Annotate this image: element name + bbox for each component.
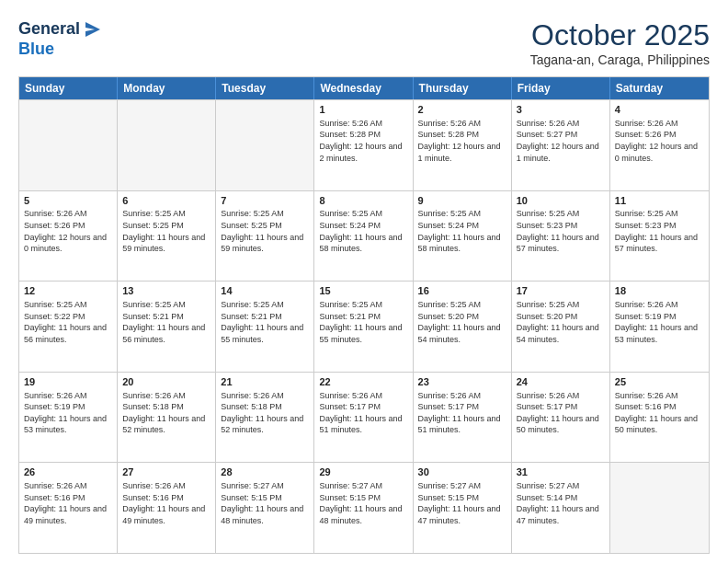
daylight-text: Daylight: 11 hours and 50 minutes. (517, 413, 605, 436)
day-cell-12: 12Sunrise: 5:25 AMSunset: 5:22 PMDayligh… (19, 282, 118, 372)
daylight-text: Daylight: 11 hours and 58 minutes. (319, 232, 407, 255)
sunset-text: Sunset: 5:15 PM (319, 492, 407, 504)
sunset-text: Sunset: 5:21 PM (122, 311, 210, 323)
logo-general: General (18, 20, 80, 39)
sunrise-text: Sunrise: 5:25 AM (418, 208, 506, 220)
svg-marker-0 (85, 22, 100, 37)
sunrise-text: Sunrise: 5:25 AM (221, 299, 309, 311)
day-cell-18: 18Sunrise: 5:26 AMSunset: 5:19 PMDayligh… (610, 282, 709, 372)
sunset-text: Sunset: 5:14 PM (517, 492, 605, 504)
location: Tagana-an, Caraga, Philippines (530, 52, 710, 67)
day-number: 23 (418, 375, 506, 389)
day-number: 12 (24, 284, 112, 298)
sunrise-text: Sunrise: 5:26 AM (319, 118, 407, 130)
sunrise-text: Sunrise: 5:25 AM (615, 208, 704, 220)
sunrise-text: Sunrise: 5:25 AM (221, 208, 309, 220)
logo-blue: Blue (18, 40, 104, 59)
daylight-text: Daylight: 12 hours and 0 minutes. (24, 232, 112, 255)
day-cell-21: 21Sunrise: 5:26 AMSunset: 5:18 PMDayligh… (216, 373, 314, 463)
day-number: 27 (122, 465, 210, 479)
week-row-3: 12Sunrise: 5:25 AMSunset: 5:22 PMDayligh… (19, 281, 709, 372)
header-cell-monday: Monday (118, 77, 216, 99)
day-number: 18 (615, 284, 704, 298)
sunrise-text: Sunrise: 5:26 AM (418, 118, 506, 130)
sunrise-text: Sunrise: 5:27 AM (418, 480, 506, 492)
daylight-text: Daylight: 11 hours and 54 minutes. (517, 322, 605, 345)
sunset-text: Sunset: 5:17 PM (418, 401, 506, 413)
daylight-text: Daylight: 11 hours and 53 minutes. (615, 322, 704, 345)
daylight-text: Daylight: 11 hours and 58 minutes. (418, 232, 506, 255)
sunrise-text: Sunrise: 5:26 AM (24, 480, 112, 492)
day-cell-6: 6Sunrise: 5:25 AMSunset: 5:25 PMDaylight… (118, 191, 216, 282)
daylight-text: Daylight: 11 hours and 47 minutes. (418, 503, 506, 526)
sunrise-text: Sunrise: 5:25 AM (319, 208, 407, 220)
day-number: 6 (122, 194, 210, 208)
header-cell-tuesday: Tuesday (216, 77, 314, 99)
day-cell-20: 20Sunrise: 5:26 AMSunset: 5:18 PMDayligh… (118, 373, 216, 463)
day-number: 13 (122, 284, 210, 298)
header-cell-thursday: Thursday (414, 77, 512, 99)
sunrise-text: Sunrise: 5:26 AM (615, 118, 704, 130)
day-number: 15 (319, 284, 407, 298)
sunset-text: Sunset: 5:28 PM (418, 129, 506, 141)
day-cell-5: 5Sunrise: 5:26 AMSunset: 5:26 PMDaylight… (19, 191, 118, 282)
day-number: 20 (122, 375, 210, 389)
day-number: 9 (418, 194, 506, 208)
day-cell-17: 17Sunrise: 5:25 AMSunset: 5:20 PMDayligh… (512, 282, 610, 372)
day-cell-11: 11Sunrise: 5:25 AMSunset: 5:23 PMDayligh… (610, 191, 709, 282)
calendar: SundayMondayTuesdayWednesdayThursdayFrid… (18, 76, 710, 554)
logo-icon (82, 18, 104, 40)
sunset-text: Sunset: 5:15 PM (221, 492, 309, 504)
day-cell-26: 26Sunrise: 5:26 AMSunset: 5:16 PMDayligh… (19, 463, 118, 553)
week-row-1: 1Sunrise: 5:26 AMSunset: 5:28 PMDaylight… (19, 99, 709, 190)
daylight-text: Daylight: 11 hours and 48 minutes. (319, 503, 407, 526)
day-number: 4 (615, 103, 704, 117)
sunset-text: Sunset: 5:19 PM (615, 311, 704, 323)
day-number: 7 (221, 194, 309, 208)
sunrise-text: Sunrise: 5:25 AM (517, 299, 605, 311)
daylight-text: Daylight: 11 hours and 51 minutes. (418, 413, 506, 436)
sunrise-text: Sunrise: 5:27 AM (517, 480, 605, 492)
daylight-text: Daylight: 11 hours and 59 minutes. (221, 232, 309, 255)
day-cell-10: 10Sunrise: 5:25 AMSunset: 5:23 PMDayligh… (512, 191, 610, 282)
sunrise-text: Sunrise: 5:26 AM (517, 118, 605, 130)
sunset-text: Sunset: 5:15 PM (418, 492, 506, 504)
day-cell-24: 24Sunrise: 5:26 AMSunset: 5:17 PMDayligh… (512, 373, 610, 463)
header-cell-wednesday: Wednesday (314, 77, 413, 99)
day-cell-9: 9Sunrise: 5:25 AMSunset: 5:24 PMDaylight… (414, 191, 512, 282)
day-number: 3 (517, 103, 605, 117)
daylight-text: Daylight: 11 hours and 49 minutes. (122, 503, 210, 526)
daylight-text: Daylight: 11 hours and 57 minutes. (517, 232, 605, 255)
sunset-text: Sunset: 5:23 PM (615, 220, 704, 232)
sunrise-text: Sunrise: 5:25 AM (24, 299, 112, 311)
daylight-text: Daylight: 11 hours and 51 minutes. (319, 413, 407, 436)
sunrise-text: Sunrise: 5:26 AM (418, 390, 506, 402)
daylight-text: Daylight: 11 hours and 52 minutes. (122, 413, 210, 436)
day-number: 10 (517, 194, 605, 208)
sunset-text: Sunset: 5:24 PM (418, 220, 506, 232)
sunrise-text: Sunrise: 5:26 AM (319, 390, 407, 402)
day-cell-empty (216, 100, 314, 190)
day-number: 29 (319, 465, 407, 479)
header-cell-saturday: Saturday (610, 77, 709, 99)
day-cell-28: 28Sunrise: 5:27 AMSunset: 5:15 PMDayligh… (216, 463, 314, 553)
sunrise-text: Sunrise: 5:26 AM (615, 390, 704, 402)
daylight-text: Daylight: 12 hours and 0 minutes. (615, 141, 704, 164)
day-cell-empty (118, 100, 216, 190)
day-cell-3: 3Sunrise: 5:26 AMSunset: 5:27 PMDaylight… (512, 100, 610, 190)
day-cell-15: 15Sunrise: 5:25 AMSunset: 5:21 PMDayligh… (314, 282, 413, 372)
week-row-2: 5Sunrise: 5:26 AMSunset: 5:26 PMDaylight… (19, 190, 709, 282)
day-cell-25: 25Sunrise: 5:26 AMSunset: 5:16 PMDayligh… (610, 373, 709, 463)
day-number: 31 (517, 465, 605, 479)
day-cell-2: 2Sunrise: 5:26 AMSunset: 5:28 PMDaylight… (414, 100, 512, 190)
day-cell-4: 4Sunrise: 5:26 AMSunset: 5:26 PMDaylight… (610, 100, 709, 190)
sunset-text: Sunset: 5:16 PM (122, 492, 210, 504)
sunset-text: Sunset: 5:27 PM (517, 129, 605, 141)
sunset-text: Sunset: 5:22 PM (24, 311, 112, 323)
daylight-text: Daylight: 12 hours and 2 minutes. (319, 141, 407, 164)
daylight-text: Daylight: 11 hours and 47 minutes. (517, 503, 605, 526)
day-number: 14 (221, 284, 309, 298)
day-cell-13: 13Sunrise: 5:25 AMSunset: 5:21 PMDayligh… (118, 282, 216, 372)
sunset-text: Sunset: 5:21 PM (319, 311, 407, 323)
day-number: 21 (221, 375, 309, 389)
